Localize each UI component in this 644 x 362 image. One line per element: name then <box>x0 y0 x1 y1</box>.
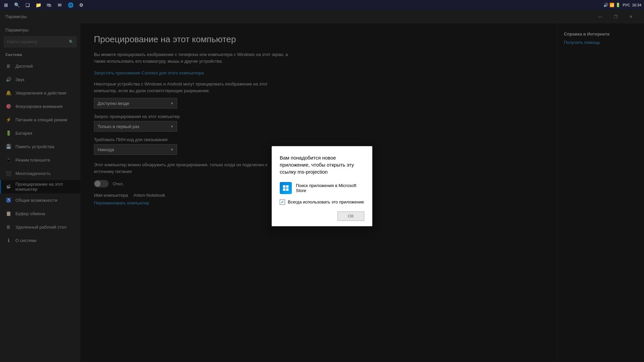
tray-icon-2: 📶 <box>609 3 614 7</box>
svg-rect-3 <box>286 188 288 190</box>
dialog-checkbox-label: Всегда использовать это приложение <box>288 199 364 204</box>
dialog-box: Вам понадобится новое приложение, чтобы … <box>272 146 372 226</box>
mail-taskbar-icon[interactable]: ✉ <box>55 0 64 10</box>
dialog-title: Вам понадобится новое приложение, чтобы … <box>280 154 364 175</box>
dialog-option-store[interactable]: Поиск приложения в Microsoft Store <box>280 182 364 194</box>
taskbar-right: 🔊 📶 🔋 РУС 16:34 <box>601 3 644 7</box>
tray-icons: 🔊 📶 🔋 <box>603 3 621 7</box>
browser-taskbar-icon[interactable]: 🌐 <box>66 0 75 10</box>
store-taskbar-icon[interactable]: 🛍 <box>44 0 54 10</box>
start-button[interactable]: ⊞ <box>1 0 11 10</box>
always-use-checkbox[interactable]: ✓ <box>280 199 285 205</box>
dialog-overlay: Вам понадобится новое приложение, чтобы … <box>0 10 644 362</box>
tray-icon-1: 🔊 <box>603 3 608 7</box>
settings-taskbar-icon[interactable]: ⚙ <box>76 0 86 10</box>
taskbar-left: ⊞ 🔍 ❑ 📁 🛍 ✉ 🌐 ⚙ <box>0 0 87 10</box>
dialog-checkbox-row[interactable]: ✓ Всегда использовать это приложение <box>280 199 364 205</box>
svg-rect-2 <box>283 188 285 190</box>
search-taskbar-icon[interactable]: 🔍 <box>12 0 21 10</box>
svg-rect-1 <box>286 185 288 187</box>
file-explorer-icon[interactable]: 📁 <box>34 0 43 10</box>
taskbar-clock: 16:34 <box>632 3 641 7</box>
store-icon <box>280 182 292 194</box>
checkbox-check-icon: ✓ <box>281 200 284 204</box>
dialog-buttons: ОК <box>280 212 364 221</box>
dialog-ok-button[interactable]: ОК <box>337 212 364 221</box>
dialog-option-text: Поиск приложения в Microsoft Store <box>296 183 364 193</box>
taskbar-lang: РУС <box>623 3 630 7</box>
tray-icon-battery: 🔋 <box>615 3 621 7</box>
task-view-icon[interactable]: ❑ <box>23 0 32 10</box>
svg-rect-0 <box>283 185 285 187</box>
taskbar: ⊞ 🔍 ❑ 📁 🛍 ✉ 🌐 ⚙ 🔊 📶 🔋 РУС 16:34 <box>0 0 644 10</box>
